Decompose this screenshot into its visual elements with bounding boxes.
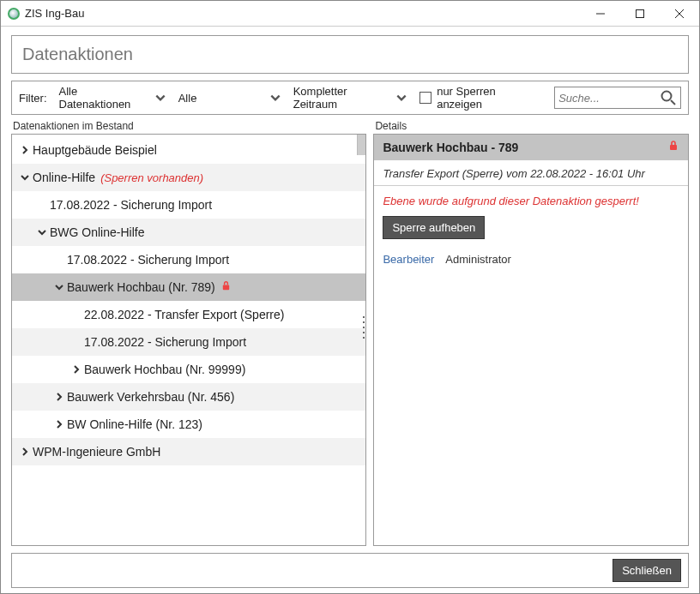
tree-row[interactable]: WPM-Ingenieure GmbH: [12, 438, 365, 465]
svg-rect-7: [670, 145, 677, 150]
tree-row-label: Hauptgebäude Beispiel: [33, 143, 157, 157]
chevron-right-icon[interactable]: [51, 419, 67, 429]
checkbox-box: [419, 92, 431, 104]
left-panel-title: Datenaktionen im Bestand: [11, 120, 366, 132]
chevron-down-icon[interactable]: [17, 172, 33, 183]
tree-panel: Hauptgebäude BeispielOnline-Hilfe(Sperre…: [11, 134, 366, 546]
tree-row[interactable]: 22.08.2022 - Transfer Export (Sperre): [12, 301, 365, 328]
chevron-right-icon[interactable]: [17, 145, 33, 155]
details-subline: Transfer Export (Sperre) vom 22.08.2022 …: [374, 160, 688, 186]
chevron-down-icon[interactable]: [51, 282, 67, 292]
details-panel: Bauwerk Hochbau - 789 Transfer Export (S…: [373, 134, 689, 546]
footer-bar: Schließen: [11, 553, 689, 588]
scrollbar[interactable]: [357, 135, 365, 155]
tree-row-note: (Sperren vorhanden): [100, 171, 203, 184]
tree-row-label: WPM-Ingenieure GmbH: [33, 445, 160, 459]
tree-row[interactable]: Hauptgebäude Beispiel: [12, 136, 365, 164]
chevron-right-icon[interactable]: [69, 364, 84, 375]
tree-row[interactable]: Bauwerk Hochbau (Nr. 789): [12, 273, 365, 301]
tree-row[interactable]: 17.08.2022 - Sicherung Import: [12, 328, 365, 356]
app-icon: [8, 8, 20, 20]
close-window-button[interactable]: [660, 1, 699, 27]
details-heading: Bauwerk Hochbau - 789: [383, 141, 667, 154]
svg-point-4: [662, 92, 672, 101]
tree-row-label: Bauwerk Verkehrsbau (Nr. 456): [67, 390, 234, 404]
lock-icon: [667, 140, 679, 155]
filter-select-scope[interactable]: Alle: [178, 92, 281, 105]
details-warning: Ebene wurde aufgrund dieser Datenaktion …: [374, 186, 688, 213]
tree-row[interactable]: Online-Hilfe(Sperren vorhanden): [12, 164, 365, 191]
chevron-down-icon: [395, 92, 407, 104]
page-title: Datenaktionen: [22, 45, 678, 64]
filter-label: Filter:: [19, 92, 47, 105]
tree-row-label: 17.08.2022 - Sicherung Import: [84, 335, 246, 349]
unlock-button[interactable]: Sperre aufheben: [383, 216, 485, 239]
filter-bar: Filter: Alle Datenaktionen Alle Komplett…: [11, 81, 689, 115]
tree-row[interactable]: Bauwerk Verkehrsbau (Nr. 456): [12, 383, 365, 411]
checkbox-label: nur Sperren anzeigen: [437, 85, 542, 111]
maximize-button[interactable]: [620, 1, 660, 27]
lock-icon: [220, 280, 232, 294]
search-icon[interactable]: [660, 89, 677, 106]
tree-row[interactable]: Bauwerk Hochbau (Nr. 99999): [12, 356, 365, 383]
chevron-right-icon[interactable]: [17, 447, 33, 457]
tree-row-label: Bauwerk Hochbau (Nr. 789): [67, 280, 215, 294]
chevron-down-icon: [154, 92, 166, 104]
svg-line-5: [671, 100, 675, 105]
svg-rect-1: [637, 9, 644, 17]
page-header: Datenaktionen: [11, 35, 689, 74]
chevron-down-icon[interactable]: [34, 227, 50, 237]
tree-row-label: Online-Hilfe: [33, 171, 95, 184]
search-input[interactable]: [558, 92, 660, 105]
splitter-handle[interactable]: [363, 315, 366, 340]
filter-select-period[interactable]: Kompletter Zeitraum: [293, 85, 408, 111]
tree-row-label: Bauwerk Hochbau (Nr. 99999): [84, 363, 245, 376]
tree-row-label: 17.08.2022 - Sicherung Import: [50, 198, 212, 212]
right-panel-title: Details: [373, 120, 689, 132]
minimize-button[interactable]: [581, 1, 620, 27]
tree-row-label: 22.08.2022 - Transfer Export (Sperre): [84, 308, 284, 321]
tree-row-label: BW Online-Hilfe (Nr. 123): [67, 417, 202, 431]
svg-rect-6: [223, 285, 229, 291]
tree-row-label: BWG Online-Hilfe: [50, 225, 144, 239]
tree-row-label: 17.08.2022 - Sicherung Import: [67, 253, 229, 267]
chevron-down-icon: [269, 92, 281, 104]
tree-row[interactable]: 17.08.2022 - Sicherung Import: [12, 191, 365, 219]
search-field-wrap[interactable]: [554, 87, 681, 109]
filter-select-type[interactable]: Alle Datenaktionen: [59, 85, 166, 111]
only-locks-checkbox[interactable]: nur Sperren anzeigen: [419, 85, 542, 111]
titlebar: ZIS Ing-Bau: [1, 1, 699, 27]
editor-value: Administrator: [445, 253, 511, 266]
tree-row[interactable]: BW Online-Hilfe (Nr. 123): [12, 411, 365, 438]
tree-row[interactable]: 17.08.2022 - Sicherung Import: [12, 246, 365, 273]
chevron-right-icon[interactable]: [51, 392, 67, 402]
tree-row[interactable]: BWG Online-Hilfe: [12, 219, 365, 246]
editor-label: Bearbeiter: [383, 253, 434, 266]
close-button[interactable]: Schließen: [612, 559, 681, 582]
window-title: ZIS Ing-Bau: [25, 7, 581, 20]
